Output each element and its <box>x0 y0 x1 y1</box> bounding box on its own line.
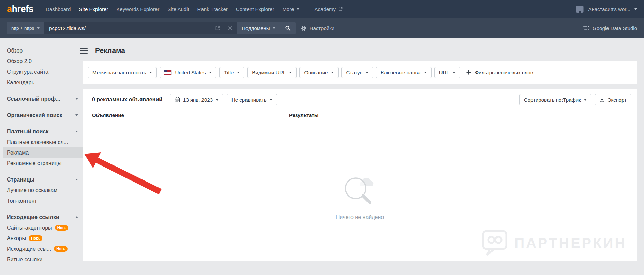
scope-dropdown[interactable]: Поддомены <box>237 22 280 34</box>
chevron-down-icon <box>297 8 299 10</box>
compare-dropdown[interactable]: Не сравнивать <box>227 94 277 105</box>
google-data-studio-link[interactable]: Google Data Studio <box>583 25 637 31</box>
sidebar-item-top-content[interactable]: Топ-контент <box>3 196 83 206</box>
chevron-down-icon <box>37 27 40 29</box>
target-search-group: http + https Поддомены <box>7 22 296 34</box>
new-badge: Нов. <box>54 246 68 252</box>
nav-item-keywords-explorer[interactable]: Keywords Explorer <box>112 6 163 12</box>
nav-item-rank-tracker[interactable]: Rank Tracker <box>193 6 232 12</box>
column-header-ad: Объявление <box>92 112 289 118</box>
filter-url[interactable]: URL <box>434 67 460 78</box>
nav-item-more[interactable]: More <box>278 6 303 12</box>
nav-item-site-audit[interactable]: Site Audit <box>163 6 193 12</box>
chevron-down-icon <box>75 98 78 100</box>
nav-item-academy[interactable]: Academy <box>311 6 347 12</box>
account-menu[interactable]: Анастасия's wor... <box>575 5 637 13</box>
chevron-down-icon <box>366 72 369 73</box>
filter-visible-url[interactable]: Видимый URL <box>247 67 297 78</box>
open-url-icon[interactable] <box>215 26 220 31</box>
search-toolbar: http + https Поддомены Настройки <box>0 18 644 38</box>
sidebar-section-outgoing-links[interactable]: Исходящие ссылки <box>3 212 83 222</box>
main-content: Реклама Месячная частотность United Stat… <box>83 38 637 275</box>
sidebar-item-anchors[interactable]: АнкорыНов. <box>3 233 83 244</box>
chevron-down-icon <box>209 72 212 73</box>
chevron-down-icon <box>331 72 334 73</box>
calendar-icon <box>175 97 180 102</box>
external-link-icon <box>338 7 343 11</box>
chevron-up-icon <box>75 216 78 218</box>
new-badge: Нов. <box>55 225 69 231</box>
toolbar-divider <box>224 25 224 31</box>
chevron-down-icon <box>273 27 275 29</box>
ads-count-label: 0 рекламных объявлений <box>92 97 162 103</box>
clear-url-icon[interactable] <box>228 26 233 30</box>
chevron-down-icon <box>453 72 455 73</box>
sidebar-section-backlink-profile[interactable]: Ссылочный проф... <box>3 93 83 104</box>
protocol-dropdown[interactable]: http + https <box>7 22 44 34</box>
nav-item-site-explorer[interactable]: Site Explorer <box>75 6 112 12</box>
filter-country[interactable]: United States <box>160 67 216 78</box>
target-url-box <box>44 22 237 34</box>
watermark-text: ПАРТНЕРКИН <box>514 235 627 251</box>
chevron-down-icon <box>75 114 78 116</box>
gear-icon <box>301 25 307 31</box>
search-button[interactable] <box>280 22 296 34</box>
sidebar-section-paid-search[interactable]: Платный поиск <box>3 126 83 137</box>
add-keyword-filters-button[interactable]: Фильтры ключевых слов <box>466 70 533 75</box>
plus-icon <box>466 70 471 75</box>
chevron-down-icon <box>634 8 637 10</box>
settings-button[interactable]: Настройки <box>301 25 335 31</box>
sidebar-item-ads[interactable]: Реклама <box>3 147 83 158</box>
logo-rest: hrefs <box>12 4 34 14</box>
empty-state-message: Ничего не найдено <box>336 214 384 220</box>
nav-item-dashboard[interactable]: Dashboard <box>42 6 75 12</box>
watermark: ПАРТНЕРКИН <box>481 229 627 257</box>
nav-divider <box>307 5 307 13</box>
filter-title[interactable]: Title <box>219 67 244 78</box>
sidebar-item-linked-domains[interactable]: Сайты-акцепторыНов. <box>3 222 83 233</box>
sidebar-item-overview-2[interactable]: Обзор 2.0 <box>3 56 83 67</box>
export-download-icon <box>600 97 604 102</box>
date-picker-button[interactable]: 13 янв. 2023 <box>170 94 223 105</box>
table-header-row: Объявление Результаты <box>83 110 637 121</box>
sidebar-section-organic-search[interactable]: Органический поиск <box>3 110 83 120</box>
filters-panel: Месячная частотность United States Title… <box>83 61 637 84</box>
sidebar-item-calendar[interactable]: Календарь <box>3 77 83 88</box>
empty-search-illustration <box>340 174 380 205</box>
menu-toggle-button[interactable] <box>80 48 88 54</box>
chevron-down-icon <box>216 99 219 101</box>
sidebar: Обзор Обзор 2.0 Структура сайта Календар… <box>0 38 83 275</box>
ahrefs-logo[interactable]: ahrefs <box>7 4 33 14</box>
page-title: Реклама <box>95 46 125 55</box>
partnerkin-logo-icon <box>481 229 508 257</box>
chevron-down-icon <box>584 99 587 101</box>
top-navigation-bar: ahrefs Dashboard Site Explorer Keywords … <box>0 0 644 18</box>
filter-status[interactable]: Статус <box>341 67 373 78</box>
sidebar-item-best-by-links[interactable]: Лучшие по ссылкам <box>3 185 83 196</box>
chevron-up-icon <box>75 179 78 180</box>
sidebar-item-outgoing-links[interactable]: Исходящие ссы...Нов. <box>3 244 83 254</box>
sort-by-dropdown[interactable]: Сортировать по:Трафик <box>519 94 591 105</box>
sidebar-item-ad-landing-pages[interactable]: Рекламные страницы <box>3 158 83 169</box>
url-input[interactable] <box>48 25 212 31</box>
sidebar-item-overview[interactable]: Обзор <box>3 45 83 56</box>
workspace-device-icon <box>575 5 584 13</box>
chevron-up-icon <box>75 131 78 132</box>
data-studio-icon <box>583 26 589 31</box>
filter-description[interactable]: Описание <box>299 67 339 78</box>
filter-keywords[interactable]: Ключевые слова <box>376 67 432 78</box>
sidebar-item-paid-keywords[interactable]: Платные ключевые сл... <box>3 137 83 147</box>
sidebar-item-site-structure[interactable]: Структура сайта <box>3 67 83 77</box>
sidebar-section-pages[interactable]: Страницы <box>3 174 83 185</box>
us-flag-icon <box>164 70 171 75</box>
account-label: Анастасия's wor... <box>588 6 630 12</box>
chevron-down-icon <box>237 72 240 73</box>
nav-item-content-explorer[interactable]: Content Explorer <box>232 6 279 12</box>
results-panel: 0 рекламных объявлений 13 янв. 2023 Не с… <box>83 89 637 261</box>
chevron-down-icon <box>270 99 272 101</box>
filter-monthly-volume[interactable]: Месячная частотность <box>88 67 157 78</box>
empty-state: Ничего не найдено <box>336 174 384 220</box>
export-button[interactable]: Экспорт <box>595 94 631 105</box>
logo-accent-letter: a <box>7 4 12 14</box>
sidebar-item-broken-links[interactable]: Битые ссылки <box>3 254 83 265</box>
